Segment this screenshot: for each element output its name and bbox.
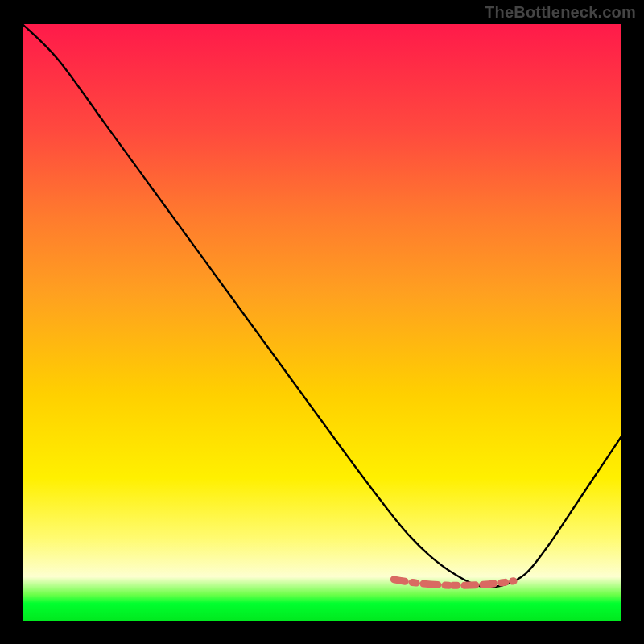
optimal-range-marker (394, 580, 514, 586)
bottleneck-curve (23, 24, 621, 587)
chart-overlay (23, 24, 621, 621)
chart-frame: TheBottleneck.com (0, 0, 644, 644)
plot-area (23, 24, 621, 621)
watermark-text: TheBottleneck.com (485, 3, 636, 22)
